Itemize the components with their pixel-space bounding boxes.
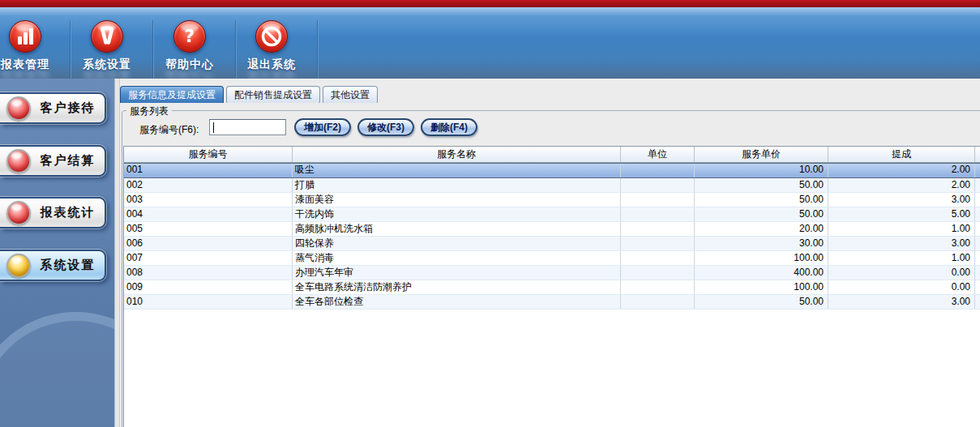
top-red-strip	[0, 0, 980, 7]
table-cell: 008	[124, 266, 293, 280]
tab-2[interactable]: 其他设置	[323, 86, 378, 103]
table-header-row: 服务编号服务名称单位服务单价提成	[124, 147, 980, 163]
red-sphere-icon	[6, 149, 31, 173]
tab-1[interactable]: 配件销售提成设置	[226, 86, 320, 103]
table-cell	[975, 237, 980, 250]
sidebar-button-label: 系统设置	[31, 258, 105, 273]
table-row[interactable]: 001吸尘10.002.00	[124, 163, 980, 178]
toolbar-item-1[interactable]: 系统设置	[83, 19, 131, 75]
table-cell: 400.00	[695, 266, 828, 280]
table-row[interactable]: 006四轮保养30.003.00	[124, 237, 980, 251]
table-cell	[975, 251, 980, 265]
table-cell: 1.00	[828, 251, 975, 265]
table-header-cell[interactable]	[975, 147, 980, 162]
table-header-cell[interactable]: 服务名称	[293, 147, 621, 162]
table-cell: 50.00	[695, 295, 828, 309]
table-row[interactable]: 007蒸气消毒100.001.00	[124, 251, 980, 266]
table-cell: 004	[124, 207, 293, 221]
table-cell: 50.00	[695, 193, 828, 207]
service-table: 服务编号服务名称单位服务单价提成001吸尘10.002.00002打腊50.00…	[123, 146, 980, 427]
table-cell: 50.00	[695, 207, 828, 221]
toolbar-icon-circle: ?	[173, 20, 206, 53]
sidebar-button-0[interactable]: 客户接待	[0, 92, 106, 124]
table-row[interactable]: 003漆面美容50.003.00	[124, 193, 980, 207]
main-toolbar: 报表管理系统设置?帮助中心退出系统	[0, 7, 980, 79]
table-cell: 蒸气消毒	[293, 251, 621, 265]
table-cell: 002	[124, 178, 293, 192]
sidebar-button-1[interactable]: 客户结算	[0, 145, 106, 177]
toolbar-item-label: 系统设置	[83, 58, 131, 72]
table-header-cell[interactable]: 服务编号	[124, 147, 293, 162]
sidebar-button-label: 客户结算	[31, 153, 105, 169]
table-cell: 001	[124, 164, 293, 177]
table-cell: 007	[124, 251, 293, 265]
table-cell: 100.00	[695, 251, 828, 265]
toolbar-icon-circle	[9, 20, 41, 53]
sidebar-button-label: 客户接待	[31, 100, 105, 116]
sidebar-button-3[interactable]: 系统设置	[0, 250, 106, 281]
table-cell	[621, 295, 695, 309]
content-panel: 服务信息及提成设置配件销售提成设置其他设置 服务列表 服务编号(F6): 增加(…	[120, 79, 980, 427]
toolbar-separator	[317, 20, 319, 79]
red-sphere-icon	[6, 201, 31, 225]
tab-strip: 服务信息及提成设置配件销售提成设置其他设置	[120, 86, 378, 103]
table-row[interactable]: 008办理汽车年审400.000.00	[124, 266, 980, 280]
table-cell: 办理汽车年审	[293, 266, 621, 280]
help-icon: ?	[174, 21, 205, 52]
sidebar-button-label: 报表统计	[31, 205, 105, 220]
action-button-row: 增加(F2)修改(F3)删除(F4)	[294, 118, 477, 136]
table-cell	[975, 222, 980, 236]
table-cell: 3.00	[828, 295, 975, 309]
toolbar-icon-circle	[255, 20, 288, 53]
table-header-cell[interactable]: 服务单价	[695, 147, 828, 162]
table-cell	[621, 237, 695, 250]
table-cell: 3.00	[828, 193, 975, 207]
toolbar-item-label: 退出系统	[247, 58, 296, 72]
app-window: 报表管理系统设置?帮助中心退出系统 客户接待客户结算报表统计系统设置 服务信息及…	[0, 0, 980, 427]
table-cell	[975, 280, 980, 294]
bar-chart-icon	[10, 21, 41, 52]
toolbar-separator	[152, 20, 154, 79]
table-cell	[621, 251, 695, 265]
table-cell: 003	[124, 193, 293, 207]
toolbar-item-0[interactable]: 报表管理	[1, 19, 49, 75]
table-cell: 005	[124, 222, 293, 236]
table-cell: 全车电路系统清洁防潮养护	[293, 280, 621, 294]
text-caret	[213, 122, 214, 133]
toolbar-separator	[70, 20, 71, 79]
table-row[interactable]: 010全车各部位检查50.003.00	[124, 295, 980, 310]
toolbar-item-label: 帮助中心	[165, 58, 214, 72]
table-cell: 010	[124, 295, 293, 309]
table-cell: 1.00	[828, 222, 975, 236]
table-cell	[621, 193, 695, 207]
command-button-2[interactable]: 删除(F4)	[421, 118, 477, 136]
toolbar-item-3[interactable]: 退出系统	[247, 19, 296, 75]
table-header-cell[interactable]: 单位	[621, 147, 695, 162]
command-button-0[interactable]: 增加(F2)	[294, 118, 351, 136]
table-cell: 2.00	[828, 164, 975, 177]
table-cell: 2.00	[828, 178, 975, 192]
table-cell: 10.00	[695, 164, 828, 177]
table-row[interactable]: 009全车电路系统清洁防潮养护100.000.00	[124, 280, 980, 295]
toolbar-item-label: 报表管理	[1, 58, 49, 72]
red-sphere-icon	[6, 96, 31, 121]
toolbar-icon-circle	[91, 20, 123, 53]
tab-0[interactable]: 服务信息及提成设置	[120, 86, 224, 103]
command-button-1[interactable]: 修改(F3)	[357, 118, 414, 136]
sidebar-circle-decoration	[0, 312, 114, 427]
toolbar-item-2[interactable]: ?帮助中心	[165, 19, 214, 75]
table-header-cell[interactable]: 提成	[828, 147, 975, 162]
table-row[interactable]: 005高频脉冲机洗水箱20.001.00	[124, 222, 980, 237]
table-cell: 干洗内饰	[293, 207, 621, 221]
table-cell	[975, 178, 980, 192]
service-code-input[interactable]	[213, 121, 283, 134]
table-cell	[621, 222, 695, 236]
table-cell	[975, 207, 980, 221]
table-row[interactable]: 004干洗内饰50.005.00	[124, 207, 980, 222]
sidebar-button-2[interactable]: 报表统计	[0, 197, 106, 228]
table-row[interactable]: 002打腊50.002.00	[124, 178, 980, 193]
table-cell: 100.00	[695, 280, 828, 294]
table-cell: 全车各部位检查	[293, 295, 621, 309]
sidebar-splitter[interactable]	[114, 79, 120, 427]
table-cell: 20.00	[695, 222, 828, 236]
